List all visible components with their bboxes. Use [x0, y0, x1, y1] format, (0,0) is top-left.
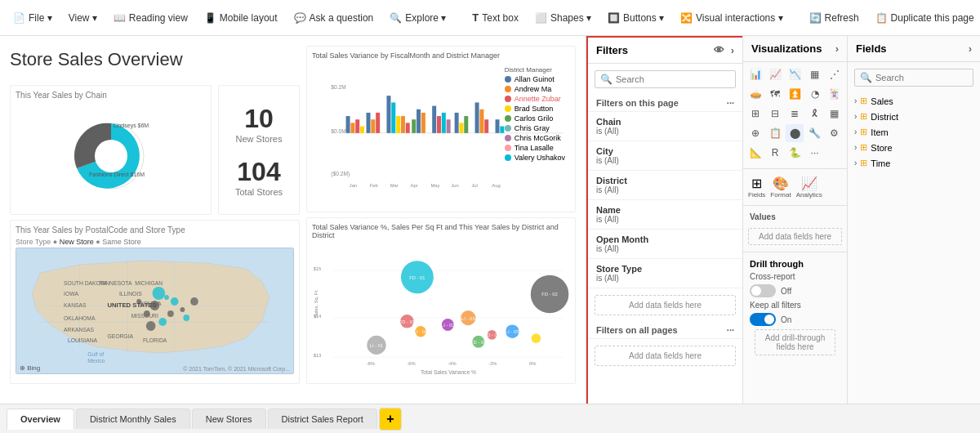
viz-ribbon-icon[interactable]: 🎗 [806, 105, 824, 123]
tab-district-sales-report[interactable]: District Sales Report [268, 408, 377, 429]
filters-search-box[interactable]: 🔍 [595, 70, 736, 88]
viz-custom1-icon[interactable]: 🔧 [806, 124, 824, 142]
viz-r-icon[interactable]: R [766, 144, 784, 162]
svg-text:Fashions Direct $16M: Fashions Direct $16M [89, 172, 145, 177]
text-box-btn[interactable]: T Text box [466, 8, 525, 27]
explore-btn[interactable]: 🔍 Explore ▾ [383, 9, 452, 27]
viz-bar-icon[interactable]: 📊 [746, 65, 764, 83]
field-item-district[interactable]: › ⊞ District [848, 109, 980, 124]
fields-search-input[interactable] [875, 73, 968, 83]
reading-view-btn[interactable]: 📖 Reading view [107, 9, 194, 27]
svg-text:FD - 03: FD - 03 [484, 333, 500, 337]
field-item-time[interactable]: › ⊞ Time [848, 155, 980, 171]
svg-point-11 [171, 297, 179, 306]
buttons-btn[interactable]: 🔲 Buttons ▾ [601, 9, 670, 27]
filter-chain[interactable]: Chain is (All) [588, 112, 742, 141]
duplicate-icon: 📋 [875, 12, 888, 24]
kpi-total-stores: 104 Total Stores [224, 157, 294, 197]
viz-table-icon[interactable]: ⊞ [746, 105, 764, 123]
filters-panel: Filters 👁 › 🔍 Filters on this page ··· C… [586, 36, 743, 404]
viz-icon-grid: 📊 📈 📉 ▦ ⋰ 🥧 🗺 ⏫ ◔ 🃏 ⊞ ⊟ ≣ 🎗 ▦ ⊕ 📋 [743, 62, 847, 165]
filter-store-type[interactable]: Store Type is (All) [588, 259, 742, 288]
view-menu-btn[interactable]: View ▾ [62, 9, 104, 27]
viz-matrix-icon[interactable]: ⊟ [766, 105, 784, 123]
reading-view-icon: 📖 [114, 12, 126, 24]
viz-column-icon[interactable]: ▦ [806, 65, 824, 83]
svg-rect-50 [346, 116, 350, 133]
table-icon-5: ⊞ [860, 158, 867, 168]
ask-question-btn[interactable]: 💬 Ask a question [287, 9, 381, 27]
viz-ellipsis-icon[interactable]: ··· [806, 144, 824, 162]
viz-waterfall-icon[interactable]: ≣ [786, 105, 804, 123]
filter-city[interactable]: City is (All) [588, 141, 742, 171]
field-item-store[interactable]: › ⊞ Store [848, 140, 980, 155]
viz-scatter-icon[interactable]: ⋰ [826, 65, 844, 83]
filter-district[interactable]: District is (All) [588, 171, 742, 200]
field-item-sales[interactable]: › ⊞ Sales [848, 93, 980, 109]
textbox-icon: T [472, 11, 479, 24]
visual-interactions-btn[interactable]: 🔀 Visual interactions ▾ [674, 9, 790, 27]
svg-rect-56 [376, 113, 380, 133]
viz-pie-icon[interactable]: 🥧 [746, 85, 764, 103]
svg-rect-64 [421, 113, 425, 133]
filter-all-pages-dots[interactable]: ··· [727, 325, 734, 335]
svg-rect-72 [475, 102, 479, 132]
fields-title: Fields [856, 42, 887, 55]
drill-through-section: Drill through Cross-report Off Keep all … [743, 256, 847, 362]
keep-all-toggle[interactable] [750, 313, 776, 326]
svg-text:FD - 01: FD - 01 [409, 275, 425, 279]
viz-kpi-icon[interactable]: 📋 [766, 124, 784, 142]
viz-treemap-icon[interactable]: ▦ [826, 105, 844, 123]
viz-map-icon[interactable]: 🗺 [766, 85, 784, 103]
refresh-btn[interactable]: 🔄 Refresh [803, 9, 866, 27]
viz-format-tab[interactable]: 🎨 Format [770, 176, 791, 199]
file-menu-btn[interactable]: 📄 File ▾ [7, 9, 59, 27]
forward-icon[interactable]: › [731, 44, 734, 56]
viz-gauge-icon[interactable]: ◔ [806, 85, 824, 103]
filter-section-dots[interactable]: ··· [727, 98, 734, 108]
shapes-btn[interactable]: ⬜ Shapes ▾ [528, 9, 598, 27]
cross-report-toggle[interactable] [750, 284, 776, 297]
filters-on-all-pages-label: Filters on all pages ··· [588, 322, 742, 339]
svg-rect-54 [367, 113, 371, 133]
filters-header-icons: 👁 › [714, 44, 734, 56]
viz-card-icon[interactable]: 🃏 [826, 85, 844, 103]
svg-rect-67 [442, 113, 446, 133]
viz-bubble-icon[interactable]: ⬤ [786, 124, 804, 142]
viz-add-fields[interactable]: Add data fields here [748, 228, 842, 245]
viz-py-icon[interactable]: 🐍 [786, 144, 804, 162]
duplicate-page-btn[interactable]: 📋 Duplicate this page [869, 9, 980, 27]
filter-open-month[interactable]: Open Month is (All) [588, 230, 742, 259]
filters-search-input[interactable] [616, 74, 730, 84]
tab-district-monthly[interactable]: District Monthly Sales [76, 408, 190, 429]
eye-icon[interactable]: 👁 [714, 44, 724, 56]
viz-area-icon[interactable]: 📉 [786, 65, 804, 83]
drill-through-title: Drill through [750, 259, 840, 269]
visualizations-panel: Visualizations › 📊 📈 📉 ▦ ⋰ 🥧 🗺 ⏫ ◔ 🃏 ⊞ ⊟ [743, 36, 848, 404]
chevron-right-icon-4: › [854, 143, 857, 152]
viz-fields-tab[interactable]: ⊞ Fields [748, 176, 765, 199]
viz-custom2-icon[interactable]: ⚙ [826, 124, 844, 142]
file-icon: 📄 [13, 12, 25, 24]
fields-search-box[interactable]: 🔍 [854, 69, 973, 87]
viz-analytics-tab[interactable]: 📈 Analytics [796, 176, 822, 199]
viz-funnel-icon[interactable]: ⏫ [786, 85, 804, 103]
viz-divider [743, 168, 847, 169]
filter-name[interactable]: Name is (All) [588, 200, 742, 230]
viz-forward-icon[interactable]: › [835, 42, 839, 55]
mobile-layout-btn[interactable]: 📱 Mobile layout [198, 9, 284, 27]
tab-add-btn[interactable]: + [379, 408, 402, 431]
keep-all-toggle-thumb [764, 315, 774, 324]
viz-custom3-icon[interactable]: 📐 [746, 144, 764, 162]
viz-line-icon[interactable]: 📈 [766, 65, 784, 83]
fields-forward-icon[interactable]: › [969, 42, 972, 55]
field-item-item[interactable]: › ⊞ Item [848, 124, 980, 140]
viz-decomp-icon[interactable]: ⊕ [746, 124, 764, 142]
filter-add-fields-all[interactable]: Add data fields here [595, 346, 736, 366]
right-panels: Filters 👁 › 🔍 Filters on this page ··· C… [586, 36, 980, 404]
filter-add-fields[interactable]: Add data fields here [595, 295, 736, 315]
svg-text:FD - 04: FD - 04 [470, 339, 487, 344]
tab-new-stores[interactable]: New Stores [192, 408, 266, 429]
tab-overview[interactable]: Overview [7, 408, 74, 430]
drill-add-fields[interactable]: Add drill-through fields here [755, 329, 835, 355]
